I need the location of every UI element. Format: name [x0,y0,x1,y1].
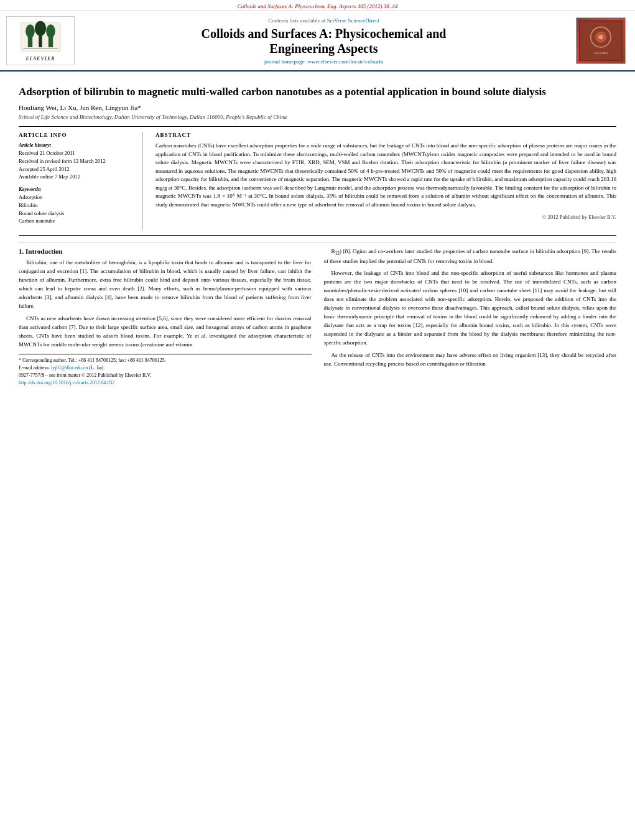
body-two-col: 1. Introduction Bilirubin, one of the me… [19,247,616,387]
right-para-1: B12) [8]. Ogino and co-workers later stu… [324,247,617,265]
abstract-text: Carbon nanotubes (CNTs) have excellent a… [155,142,616,209]
elsevier-tree-icon [16,20,65,54]
article-info-abstract-section: ARTICLE INFO Article history: Received 2… [19,126,616,236]
abstract-column: ABSTRACT Carbon nanotubes (CNTs) have ex… [152,132,616,230]
journal-main-title: Colloids and Surfaces A: Physicochemical… [81,26,567,56]
journal-title-area: Contents lists available at SciVerse Sci… [81,16,567,65]
body-left-column: 1. Introduction Bilirubin, one of the me… [19,247,312,387]
doi-link[interactable]: http://dx.doi.org/10.1016/j.colsurfa.201… [19,380,114,385]
journal-thumbnail: COLSURFA [573,16,629,65]
journal-header: ELSEVIER Contents lists available at Sci… [0,11,635,72]
introduction-heading: 1. Introduction [19,247,312,255]
footnote-corresponding: * Corresponding author. Tel.: +86 411 84… [19,357,312,364]
journal-cover-svg: COLSURFA [579,18,623,63]
svg-rect-4 [49,37,53,48]
journal-reference: Colloids and Surfaces A: Physicochem. En… [238,3,397,9]
svg-point-1 [25,24,35,38]
elsevier-brand-text: ELSEVIER [25,56,55,62]
article-title: Adsorption of bilirubin to magnetic mult… [19,85,616,99]
svg-point-12 [598,35,603,39]
keyword-2: Bilirubin [19,201,136,210]
article-info-column: ARTICLE INFO Article history: Received 2… [19,132,143,230]
footnote-doi: http://dx.doi.org/10.1016/j.colsurfa.201… [19,379,312,387]
svg-point-5 [35,21,46,36]
keywords-group: Keywords: Adsorption Bilirubin Bound sol… [19,186,136,225]
body-text-right: B12) [8]. Ogino and co-workers later stu… [324,247,617,369]
keyword-4: Carbon nanotube [19,217,136,225]
journal-top-bar: Colloids and Surfaces A: Physicochem. En… [0,0,635,11]
available-date: Available online 7 May 2012 [19,173,136,181]
copyright-line: © 2012 Published by Elsevier B.V. [155,214,616,220]
contents-line: Contents lists available at SciVerse Sci… [81,17,567,24]
article-info-label: ARTICLE INFO [19,132,136,138]
footnote-issn: 0927-7757/$ – see front matter © 2012 Pu… [19,372,312,379]
journal-cover-image: COLSURFA [576,17,626,64]
accepted-date: Accepted 25 April 2012 [19,165,136,173]
abstract-label: ABSTRACT [155,132,616,138]
keyword-3: Bound solute dialysis [19,210,136,218]
intro-para-2: CNTs as new adsorbents have drawn increa… [19,315,312,349]
article-affiliation: School of Life Science and Biotechnology… [19,114,616,120]
body-text-left: Bilirubin, one of the metabolites of hem… [19,259,312,349]
body-right-column: B12) [8]. Ogino and co-workers later stu… [324,247,617,387]
revised-date: Received in revised form 12 March 2012 [19,157,136,165]
intro-para-1: Bilirubin, one of the metabolites of hem… [19,259,312,311]
right-para-2: However, the leakage of CNTs into blood … [324,269,617,347]
footnote-area: * Corresponding author. Tel.: +86 411 84… [19,354,312,387]
sciverse-link[interactable]: SciVerse ScienceDirect [327,17,379,24]
article-history-label: Article history: [19,142,136,148]
right-para-3: As the release of CNTs into the environm… [324,351,617,369]
elsevier-logo-box: ELSEVIER [6,16,75,65]
journal-homepage: journal homepage: www.elsevier.com/locat… [81,58,567,65]
section-divider [19,242,616,242]
article-history-group: Article history: Received 21 October 201… [19,142,136,181]
svg-point-3 [46,24,55,38]
svg-rect-6 [39,35,42,47]
svg-rect-2 [28,37,32,48]
email-link[interactable]: lyj81@dlut.edu.cn [51,365,88,371]
article-outer: Adsorption of bilirubin to magnetic mult… [0,72,635,393]
svg-text:COLSURFA: COLSURFA [593,52,608,55]
article-authors: Houliang Wei, Li Xu, Jun Ren, Lingyun Ji… [19,104,616,111]
received-date: Received 21 October 2011 [19,149,136,157]
footnote-email: E-mail address: lyj81@dlut.edu.cn (L. Ji… [19,364,312,372]
keywords-label: Keywords: [19,186,136,192]
keyword-1: Adsorption [19,193,136,201]
